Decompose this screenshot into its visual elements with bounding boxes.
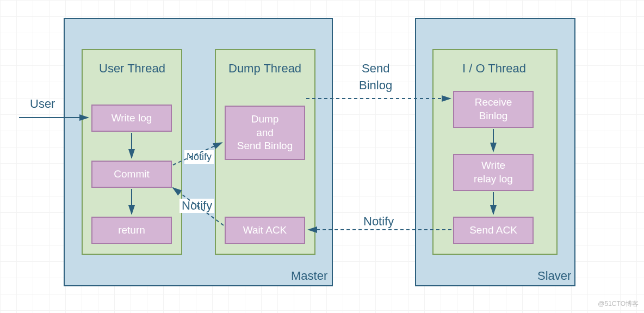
watermark: @51CTO博客 bbox=[598, 299, 639, 309]
commit-box: Commit bbox=[91, 161, 172, 188]
notify-sendack-wait: Notify bbox=[363, 214, 394, 229]
user-label: User bbox=[30, 97, 55, 111]
write-log-box: Write log bbox=[91, 105, 172, 132]
receive-binlog-box: Receive Binlog bbox=[453, 91, 534, 128]
io-thread-title: I / O Thread bbox=[462, 62, 526, 76]
slaver-label: Slaver bbox=[537, 269, 571, 283]
return-box: return bbox=[91, 217, 172, 244]
notify-commit-dump: Notify bbox=[184, 150, 214, 164]
write-relay-box: Write relay log bbox=[453, 154, 534, 191]
dump-thread-title: Dump Thread bbox=[228, 62, 301, 76]
notify-wait-commit: Notify bbox=[179, 199, 214, 213]
dump-send-text: Dump and Send Binlog bbox=[237, 113, 293, 153]
write-relay-text: Write relay log bbox=[474, 159, 513, 186]
dump-send-box: Dump and Send Binlog bbox=[225, 106, 305, 160]
send-binlog-label-2: Binlog bbox=[359, 78, 392, 93]
wait-ack-box: Wait ACK bbox=[225, 217, 305, 244]
receive-text: Receive Binlog bbox=[475, 96, 512, 122]
send-binlog-label-1: Send bbox=[362, 62, 389, 76]
send-ack-box: Send ACK bbox=[453, 217, 534, 244]
master-label: Master bbox=[291, 269, 327, 283]
user-thread-title: User Thread bbox=[99, 62, 165, 76]
